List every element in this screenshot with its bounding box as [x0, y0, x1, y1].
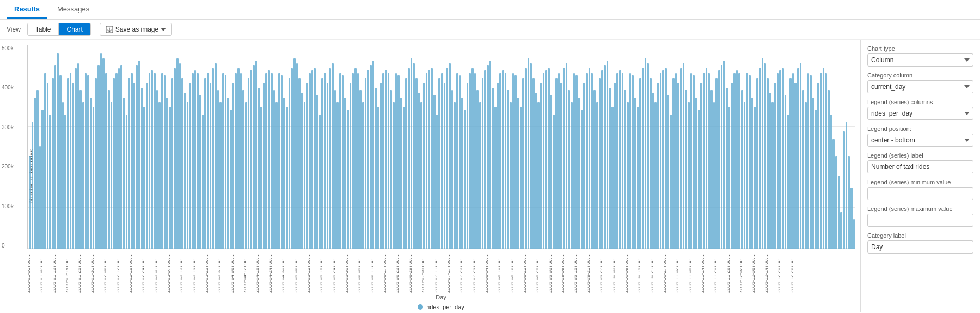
tab-messages[interactable]: Messages: [50, 1, 97, 19]
x-axis-tick-label: [501, 250, 504, 293]
legend-series-columns-select[interactable]: rides_per_day: [867, 107, 973, 120]
bar: [311, 70, 314, 249]
bar: [759, 68, 761, 249]
bar: [789, 78, 792, 249]
bar: [179, 63, 181, 249]
bar: [599, 78, 601, 249]
bar: [497, 83, 499, 249]
bar: [215, 63, 217, 249]
table-toggle-button[interactable]: Table: [28, 23, 59, 35]
bar: [411, 58, 413, 249]
bar: [240, 73, 242, 249]
bar: [344, 98, 346, 249]
bar: [616, 73, 618, 249]
bar: [54, 65, 57, 249]
bar: [176, 58, 179, 249]
bar: [296, 63, 298, 249]
x-axis-tick-label: 2016-08-04T00:00...: [486, 250, 489, 293]
bar: [219, 102, 222, 249]
x-axis-tick-label: [687, 250, 690, 293]
chart-type-select[interactable]: Column Bar Line Area: [867, 53, 973, 67]
bar: [672, 78, 675, 249]
bar: [566, 63, 568, 249]
bar: [563, 68, 565, 249]
bar: [591, 73, 593, 249]
x-axis-tick-label: 2016-03-25T00:00...: [206, 250, 209, 293]
bar: [627, 102, 629, 249]
x-axis-tick-label: [153, 250, 156, 293]
bar: [647, 63, 649, 249]
chart-toggle-button[interactable]: Chart: [59, 23, 90, 35]
bar: [204, 78, 206, 249]
bar: [319, 115, 321, 249]
bar: [543, 73, 545, 249]
bar: [528, 58, 530, 249]
bar: [359, 90, 362, 249]
bar: [227, 98, 229, 249]
x-axis-tick-label: 2016-10-27T00:00...: [664, 250, 667, 293]
toolbar: View Table Chart Save as image: [0, 20, 980, 40]
bar: [436, 115, 438, 249]
y-tick-labels: 0 100k 200k 300k 400k 500k: [2, 45, 14, 249]
bar: [400, 98, 402, 249]
x-axis-tick-label: [842, 250, 845, 293]
x-axis-tick-label: [812, 250, 814, 293]
bar: [583, 83, 585, 249]
bar: [415, 78, 418, 249]
bars-container: [28, 45, 855, 249]
bar: [634, 98, 636, 249]
bar: [690, 73, 693, 249]
bar: [375, 88, 377, 249]
tab-results[interactable]: Results: [7, 1, 47, 19]
bar: [362, 102, 364, 249]
x-axis-tick-label: [641, 250, 644, 293]
save-as-image-button[interactable]: Save as image: [100, 23, 172, 36]
bar: [156, 90, 158, 249]
bar: [217, 90, 219, 249]
bar: [395, 73, 397, 249]
x-axis-tick-label: [758, 250, 761, 293]
bar: [339, 73, 341, 249]
bar: [123, 98, 125, 249]
x-axis-tick-label: [138, 250, 140, 293]
bar: [670, 115, 672, 249]
bar: [683, 63, 685, 249]
bar: [327, 83, 329, 249]
bar: [75, 68, 77, 249]
bar: [85, 73, 87, 249]
bar: [749, 75, 751, 249]
bar: [413, 63, 415, 249]
x-axis-tick-label: 2016-07-17T00:00...: [448, 250, 451, 293]
bar: [354, 68, 357, 249]
bar: [184, 93, 186, 249]
legend-series-max-input[interactable]: [867, 214, 973, 227]
bar: [456, 73, 458, 249]
legend-series-label-input[interactable]: [867, 160, 973, 173]
bar: [817, 83, 819, 249]
bar: [731, 83, 733, 249]
x-axis-tick-label: [316, 250, 318, 293]
legend-series-min-input[interactable]: [867, 187, 973, 200]
bar: [95, 78, 97, 249]
bar: [593, 90, 596, 249]
bar: [444, 83, 446, 249]
bar: [482, 78, 484, 249]
x-axis-tick-label: [789, 250, 792, 293]
bar: [298, 78, 301, 249]
x-axis-tick-label: [657, 250, 659, 293]
legend-label: rides_per_day: [426, 304, 464, 310]
bar: [622, 73, 624, 249]
x-axis-tick-label: [649, 250, 652, 293]
bar: [688, 102, 690, 249]
bar: [126, 115, 128, 249]
legend-position-select[interactable]: center - bottom top right left none: [867, 134, 973, 147]
bar: [657, 83, 659, 249]
bar: [502, 70, 504, 249]
x-axis-tick-label: [183, 250, 186, 293]
bar: [242, 90, 244, 249]
bar: [568, 90, 570, 249]
category-column-select[interactable]: current_day: [867, 80, 973, 93]
bar: [675, 73, 677, 249]
category-label-input[interactable]: [867, 240, 973, 254]
bar: [255, 61, 258, 249]
